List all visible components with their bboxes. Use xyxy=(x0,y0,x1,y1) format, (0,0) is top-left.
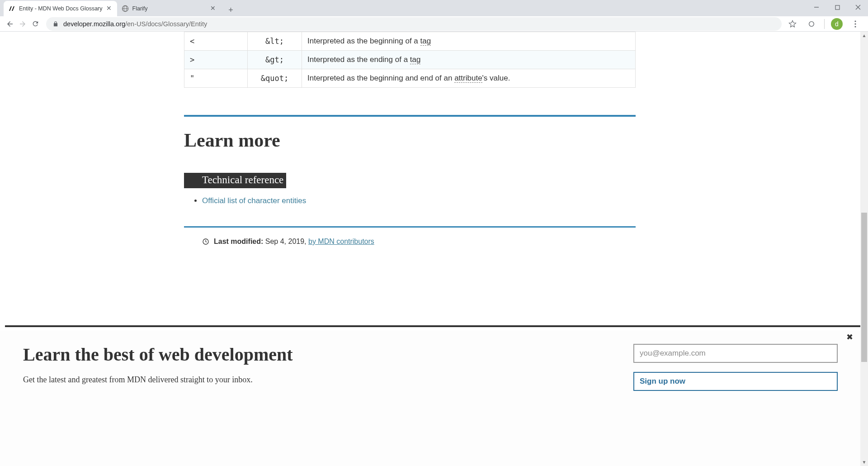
tab-close-icon[interactable]: ✕ xyxy=(209,5,217,12)
browser-tab-inactive[interactable]: Flarify ✕ xyxy=(117,1,221,16)
note-cell: Interpreted as the beginning and end of … xyxy=(302,69,636,88)
note-cell: Interpreted as the ending of a tag xyxy=(302,51,636,69)
entity-cell: &lt; xyxy=(248,32,302,51)
newsletter-heading: Learn the best of web development xyxy=(23,344,293,365)
char-cell: " xyxy=(184,69,248,88)
newsletter-separator xyxy=(5,325,860,327)
newsletter-banner: ✖ Learn the best of web development Get … xyxy=(0,330,860,466)
newsletter-subheading: Get the latest and greatest from MDN del… xyxy=(23,375,293,385)
url-host: developer.mozilla.org xyxy=(63,20,125,28)
contributors-link[interactable]: by MDN contributors xyxy=(308,238,374,245)
kebab-menu-icon[interactable] xyxy=(849,18,862,30)
tab-title: Flarify xyxy=(132,5,207,12)
url-path: /en-US/docs/Glossary/Entity xyxy=(125,20,207,28)
signup-button[interactable]: Sign up now xyxy=(633,372,838,391)
reference-links-list: Official list of character entities xyxy=(184,196,636,205)
browser-toolbar: developer.mozilla.org/en-US/docs/Glossar… xyxy=(0,16,868,32)
clock-icon xyxy=(202,238,209,245)
reload-button[interactable] xyxy=(29,18,42,30)
scroll-up-icon[interactable]: ▲ xyxy=(860,32,868,39)
favicon-mdn xyxy=(8,5,15,12)
page-viewport: <&lt;Interpreted as the beginning of a t… xyxy=(0,32,868,466)
glossary-term-link[interactable]: attribute xyxy=(454,74,482,83)
window-maximize-icon[interactable] xyxy=(830,1,844,14)
svg-rect-0 xyxy=(8,5,15,12)
address-bar[interactable]: developer.mozilla.org/en-US/docs/Glossar… xyxy=(46,17,782,31)
window-minimize-icon[interactable] xyxy=(809,1,824,14)
svg-rect-5 xyxy=(835,5,840,10)
svg-point-11 xyxy=(854,26,856,27)
table-row: <&lt;Interpreted as the beginning of a t… xyxy=(184,32,636,51)
email-input[interactable] xyxy=(633,344,838,363)
tab-title: Entity - MDN Web Docs Glossary xyxy=(19,5,103,12)
technical-reference-heading: Technical reference xyxy=(184,173,286,188)
entity-cell: &quot; xyxy=(248,69,302,88)
svg-point-9 xyxy=(854,20,856,22)
lock-icon xyxy=(52,21,59,27)
table-row: >&gt;Interpreted as the ending of a tag xyxy=(184,51,636,69)
entity-cell: &gt; xyxy=(248,51,302,69)
browser-tab-active[interactable]: Entity - MDN Web Docs Glossary ✕ xyxy=(4,1,117,16)
forward-button[interactable] xyxy=(16,18,29,30)
bookmark-star-icon[interactable] xyxy=(786,18,799,30)
list-item: Official list of character entities xyxy=(202,196,636,205)
page-scrollbar[interactable]: ▲ ▼ xyxy=(860,32,868,466)
extension-circle-icon[interactable] xyxy=(805,18,818,30)
table-row: "&quot;Interpreted as the beginning and … xyxy=(184,69,636,88)
new-tab-button[interactable]: + xyxy=(225,4,237,16)
scroll-down-icon[interactable]: ▼ xyxy=(860,458,868,466)
learn-more-heading: Learn more xyxy=(184,129,636,151)
favicon-generic xyxy=(122,5,129,12)
svg-point-10 xyxy=(854,23,856,24)
glossary-term-link[interactable]: tag xyxy=(420,37,431,46)
window-close-icon[interactable] xyxy=(851,1,865,14)
article-content: <&lt;Interpreted as the beginning of a t… xyxy=(184,32,636,246)
tab-close-icon[interactable]: ✕ xyxy=(105,5,113,12)
svg-point-8 xyxy=(809,21,814,26)
section-divider xyxy=(184,115,636,117)
toolbar-separator xyxy=(824,19,825,29)
note-cell: Interpreted as the beginning of a tag xyxy=(302,32,636,51)
window-controls xyxy=(809,1,865,14)
close-icon[interactable]: ✖ xyxy=(846,332,853,342)
section-divider xyxy=(184,226,636,228)
profile-avatar[interactable]: d xyxy=(831,18,843,30)
char-cell: < xyxy=(184,32,248,51)
last-modified: Last modified: Sep 4, 2019, by MDN contr… xyxy=(184,238,636,246)
back-button[interactable] xyxy=(4,18,16,30)
tab-strip: Entity - MDN Web Docs Glossary ✕ Flarify… xyxy=(0,0,868,16)
scrollbar-thumb[interactable] xyxy=(861,213,867,362)
lastmod-label: Last modified: xyxy=(214,238,263,245)
official-entities-link[interactable]: Official list of character entities xyxy=(202,196,306,205)
browser-chrome: Entity - MDN Web Docs Glossary ✕ Flarify… xyxy=(0,0,868,32)
lastmod-date: Sep 4, 2019, xyxy=(265,238,307,245)
char-cell: > xyxy=(184,51,248,69)
glossary-term-link[interactable]: tag xyxy=(410,55,421,64)
entity-table: <&lt;Interpreted as the beginning of a t… xyxy=(184,32,636,88)
